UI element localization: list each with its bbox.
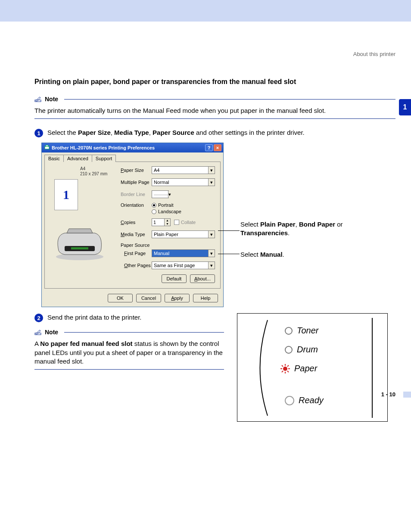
printer-illustration bbox=[52, 222, 108, 261]
tab-body: A4 210 x 297 mm 1 bbox=[44, 162, 221, 289]
panel-edge-line bbox=[370, 318, 374, 418]
radio-icon bbox=[152, 209, 156, 214]
step-number-2: 2 bbox=[34, 314, 43, 322]
led-ready-icon bbox=[285, 396, 294, 405]
svg-rect-2 bbox=[46, 145, 48, 146]
chevron-down-icon: ▾ bbox=[168, 191, 171, 198]
footer-tab-accent bbox=[403, 392, 411, 398]
callout-media-type: Select Plain Paper, Bond Paper or Transp… bbox=[240, 220, 365, 237]
combo-media-type[interactable]: Plain Paper ▾ bbox=[152, 230, 215, 238]
button-about[interactable]: About... bbox=[190, 274, 215, 283]
label-orientation: Orientation bbox=[121, 202, 152, 208]
callout-line-media bbox=[218, 230, 240, 231]
label-border-line: Border Line bbox=[121, 192, 152, 197]
led-panel-illustration: Toner Drum bbox=[237, 313, 388, 422]
note-label: Note bbox=[45, 329, 58, 336]
step-2: 2 Send the print data to the printer. bbox=[34, 313, 224, 322]
svg-rect-1 bbox=[45, 146, 49, 149]
svg-rect-5 bbox=[71, 247, 88, 249]
label-paper-source: Paper Source bbox=[121, 243, 215, 248]
page-number: 1 - 10 bbox=[381, 391, 395, 398]
radio-landscape[interactable]: Landscape bbox=[152, 209, 181, 214]
paper-meta: A4 210 x 297 mm bbox=[80, 166, 115, 177]
copies-spinner[interactable]: ▲▼ bbox=[165, 218, 171, 226]
svg-line-14 bbox=[287, 371, 289, 372]
dialog-titlebar[interactable]: Brother HL-2070N series Printing Prefere… bbox=[42, 143, 223, 152]
led-toner-label: Toner bbox=[297, 326, 318, 336]
pencil-note-icon bbox=[34, 328, 42, 336]
label-paper-size: Paper Size bbox=[121, 168, 152, 173]
label-first-page: First Page bbox=[121, 251, 152, 256]
led-toner-icon bbox=[285, 327, 293, 335]
titlebar-close-button[interactable]: × bbox=[214, 144, 221, 151]
note-block-2: Note A No paper fed manual feed slot sta… bbox=[34, 328, 224, 370]
checkbox-collate bbox=[174, 220, 179, 225]
input-copies[interactable]: 1 bbox=[152, 218, 165, 226]
svg-line-16 bbox=[282, 371, 283, 372]
tab-basic[interactable]: Basic bbox=[44, 155, 64, 162]
combo-paper-size[interactable]: A4 ▾ bbox=[152, 166, 215, 174]
svg-point-8 bbox=[283, 367, 287, 371]
button-ok[interactable]: OK bbox=[108, 294, 133, 302]
pencil-note-icon bbox=[34, 95, 42, 103]
combo-first-page[interactable]: Manual ▾ bbox=[152, 249, 215, 257]
radio-portrait[interactable]: Portrait bbox=[152, 202, 181, 208]
chevron-down-icon: ▾ bbox=[208, 262, 215, 269]
callout-line-source bbox=[218, 254, 240, 254]
step-number-1: 1 bbox=[34, 129, 43, 137]
note-end-rule bbox=[34, 118, 395, 119]
led-paper-blinking-icon bbox=[280, 364, 290, 373]
led-ready-label: Ready bbox=[299, 395, 324, 405]
radio-icon bbox=[152, 203, 156, 208]
label-collate: Collate bbox=[181, 220, 196, 225]
print-preferences-dialog: Brother HL-2070N series Printing Prefere… bbox=[41, 143, 224, 307]
combo-multiple-page[interactable]: Normal ▾ bbox=[152, 178, 215, 186]
note-text-2: A No paper fed manual feed slot status i… bbox=[34, 339, 224, 366]
label-multiple-page: Multiple Page bbox=[121, 180, 152, 185]
top-header-bar bbox=[0, 0, 411, 22]
tab-support[interactable]: Support bbox=[92, 155, 116, 162]
label-copies: Copies bbox=[121, 220, 152, 225]
callout-paper-source: Select Manual. bbox=[240, 250, 284, 259]
label-other-pages: Other Pages bbox=[121, 263, 152, 268]
button-default[interactable]: Default bbox=[162, 274, 187, 283]
label-media-type: Media Type bbox=[121, 232, 152, 237]
button-cancel[interactable]: Cancel bbox=[136, 294, 161, 302]
button-apply[interactable]: Apply bbox=[165, 294, 190, 302]
note-block-1: Note The printer automatically turns on … bbox=[34, 95, 395, 119]
led-drum-icon bbox=[285, 346, 293, 354]
printer-app-icon bbox=[44, 145, 50, 151]
chevron-down-icon: ▾ bbox=[208, 167, 215, 174]
svg-line-15 bbox=[287, 365, 289, 367]
titlebar-help-button[interactable]: ? bbox=[205, 144, 213, 151]
button-help[interactable]: Help bbox=[193, 294, 218, 302]
led-paper-label: Paper bbox=[294, 364, 317, 373]
page-preview: 1 bbox=[54, 179, 78, 210]
chevron-down-icon: ▾ bbox=[208, 250, 215, 257]
note-end-rule bbox=[34, 369, 224, 370]
note-label: Note bbox=[45, 96, 58, 103]
dialog-screenshot-area: Brother HL-2070N series Printing Prefere… bbox=[41, 143, 395, 305]
note-text-1: The printer automatically turns on the M… bbox=[34, 106, 395, 115]
step-2-text: Send the print data to the printer. bbox=[47, 313, 141, 322]
svg-line-13 bbox=[282, 365, 283, 367]
tab-strip: Basic Advanced Support bbox=[42, 152, 223, 162]
step-1-text: Select the Paper Size, Media Type, Paper… bbox=[47, 128, 305, 137]
breadcrumb: About this printer bbox=[34, 51, 395, 57]
panel-curve-icon bbox=[250, 318, 276, 418]
section-title: Printing on plain paper, bond paper or t… bbox=[34, 78, 395, 86]
note-rule bbox=[64, 332, 224, 333]
step-1: 1 Select the Paper Size, Media Type, Pap… bbox=[34, 128, 395, 137]
chevron-down-icon: ▾ bbox=[208, 179, 215, 186]
chevron-down-icon: ▾ bbox=[208, 231, 215, 238]
combo-border-line: ——— ▾ bbox=[152, 190, 169, 198]
note-rule bbox=[64, 99, 395, 100]
combo-other-pages[interactable]: Same as First page ▾ bbox=[152, 261, 215, 269]
led-drum-label: Drum bbox=[297, 345, 318, 355]
dialog-title: Brother HL-2070N series Printing Prefere… bbox=[52, 145, 155, 150]
tab-advanced[interactable]: Advanced bbox=[63, 155, 92, 162]
preview-page-number: 1 bbox=[63, 187, 69, 202]
